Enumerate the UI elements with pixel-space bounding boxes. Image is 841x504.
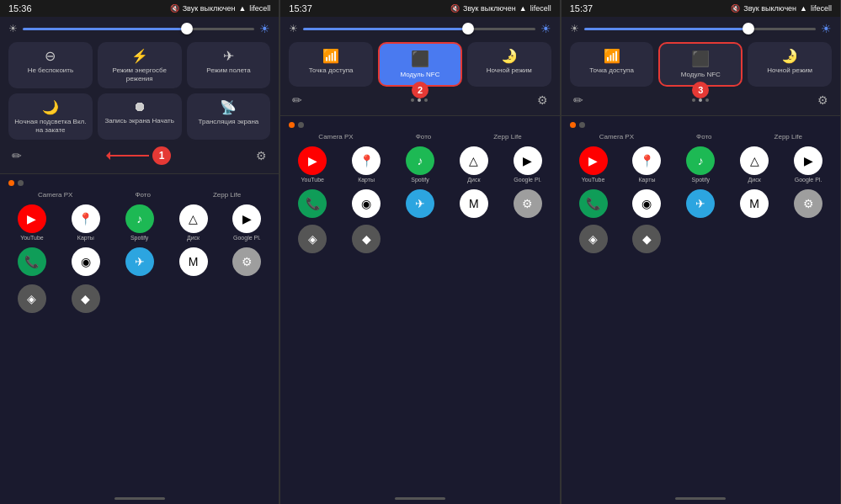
youtube-icon-3: ▶ — [579, 146, 608, 175]
extra2-icon-1: ◆ — [72, 284, 100, 313]
app-extra1-2[interactable]: ◈ — [287, 225, 338, 253]
quick-settings-2: ☀ ☀ 📶 Точка доступа ⬛ Модуль NFC 2 🌛 — [280, 17, 559, 116]
app-play-3[interactable]: ▶ Google Pl. — [783, 146, 833, 183]
app-play-2[interactable]: ▶ Google Pl. — [503, 146, 553, 183]
maps-label-2: Карты — [358, 177, 375, 183]
page-indicators-3 — [562, 119, 840, 130]
drive-label-1: Диск — [187, 235, 200, 241]
app-maps-1[interactable]: 📍 Карты — [61, 204, 111, 241]
settings-button-3[interactable]: ⚙ — [817, 93, 828, 107]
nav-line-2 — [395, 497, 445, 500]
app-drive-1[interactable]: △ Диск — [168, 204, 219, 241]
phone-panel-3: 15:37 🔇 Звук выключен ▲ lifecell ☀ ☀ 📶 Т… — [562, 0, 841, 504]
app-play-1[interactable]: ▶ Google Pl. — [221, 204, 272, 241]
tile-nightlight-1[interactable]: 🌙 Ночная подсветка Вкл. на закате — [8, 93, 93, 140]
tile-nfc-2[interactable]: ⬛ Модуль NFC — [378, 42, 462, 87]
brightness-icon-1: ☀ — [8, 23, 18, 34]
tile-hotspot-2[interactable]: 📶 Точка доступа — [289, 42, 373, 87]
app-chrome-3[interactable]: ◉ — [622, 189, 673, 218]
brightness-slider-1[interactable] — [23, 28, 254, 30]
qs-dot2-2 — [418, 98, 421, 102]
tile-nightmode-2[interactable]: 🌛 Ночной режим — [467, 42, 551, 87]
edit-button-1[interactable]: ✏ — [12, 149, 22, 162]
app-phone-1[interactable]: 📞 — [7, 247, 57, 278]
qs-dot3-2 — [424, 98, 428, 102]
app-gmail-3[interactable]: M — [729, 189, 780, 218]
tile-dnd-1[interactable]: ⊖ Не беспокоить — [8, 42, 93, 88]
app-youtube-3[interactable]: ▶ YouTube — [568, 146, 619, 183]
telegram-icon-1: ✈ — [125, 247, 154, 276]
app-phone-3[interactable]: 📞 — [568, 189, 619, 218]
time-1: 15:36 — [8, 3, 32, 13]
tile-screenrecord-1[interactable]: ⏺ Запись экрана Начать — [98, 93, 182, 140]
app-phone-2[interactable]: 📞 — [287, 189, 338, 218]
app-bar-zepp-3: Zepp Life — [774, 133, 802, 141]
app-telegram-1[interactable]: ✈ — [114, 247, 165, 278]
brightness-icon-3: ☀ — [570, 23, 579, 34]
tile-cast-1[interactable]: 📡 Трансляция экрана — [187, 93, 271, 140]
app-extra2-1[interactable]: ◆ — [61, 284, 111, 313]
app-settings-3[interactable]: ⚙ — [783, 189, 833, 218]
settings-button-2[interactable]: ⚙ — [537, 93, 548, 107]
app-maps-2[interactable]: 📍 Карты — [341, 146, 391, 183]
maps-icon-1: 📍 — [72, 204, 100, 233]
app-extra1-3[interactable]: ◈ — [568, 225, 619, 253]
status-bar-2: 15:37 🔇 Звук выключен ▲ lifecell — [280, 0, 559, 17]
qs-dot1-2 — [411, 98, 414, 102]
nightlight-icon-1: 🌙 — [42, 99, 59, 115]
qs-tiles-2: 📶 Точка доступа ⬛ Модуль NFC 2 🌛 Ночной … — [289, 42, 551, 87]
app-bar-2: Camera PX Фото Zepp Life — [280, 130, 559, 143]
app-maps-3[interactable]: 📍 Карты — [622, 146, 673, 183]
edit-button-3[interactable]: ✏ — [573, 93, 583, 107]
app-bar-photo-1: Фото — [135, 191, 150, 199]
brightness-sun-icon-2: ☀ — [540, 22, 551, 35]
tile-nfc-3[interactable]: ⬛ Модуль NFC — [658, 42, 743, 87]
app-drive-3[interactable]: △ Диск — [729, 146, 780, 183]
tile-airplane-1[interactable]: ✈ Режим полета — [187, 42, 271, 88]
app-youtube-2[interactable]: ▶ YouTube — [287, 146, 338, 183]
app-spotify-3[interactable]: ♪ Spotify — [675, 146, 726, 183]
signal-icon-1: ▲ — [238, 4, 246, 13]
tile-nightmode-3[interactable]: 🌛 Ночной режим — [748, 42, 832, 87]
telegram-icon-3: ✈ — [686, 189, 715, 218]
brightness-slider-3[interactable] — [584, 28, 816, 30]
settings-icon-2: ⚙ — [514, 189, 542, 218]
app-extra2-2[interactable]: ◆ — [341, 225, 391, 253]
app-extra2-3[interactable]: ◆ — [622, 225, 673, 253]
signal-icon-3: ▲ — [800, 4, 807, 13]
chrome-icon-1: ◉ — [72, 247, 100, 276]
extra2-icon-2: ◆ — [352, 225, 381, 253]
tile-battery-1[interactable]: ⚡ Режим энергосбе режения — [98, 42, 182, 88]
app-chrome-1[interactable]: ◉ — [61, 247, 111, 278]
app-extra1-1[interactable]: ◈ — [7, 284, 57, 313]
youtube-icon-1: ▶ — [18, 204, 46, 233]
app-spotify-2[interactable]: ♪ Spotify — [395, 146, 445, 183]
nfc-icon-2: ⬛ — [411, 50, 429, 68]
battery-label-1: Режим энергосбе режения — [103, 66, 177, 82]
app-gmail-1[interactable]: M — [168, 247, 219, 278]
drive-icon-2: △ — [460, 146, 488, 175]
app-settings-1[interactable]: ⚙ — [221, 247, 272, 278]
chrome-icon-3: ◉ — [632, 189, 661, 218]
app-settings-2[interactable]: ⚙ — [503, 189, 553, 218]
app-chrome-2[interactable]: ◉ — [341, 189, 391, 218]
brightness-slider-2[interactable] — [303, 28, 535, 30]
edit-button-2[interactable]: ✏ — [292, 93, 302, 107]
settings-button-1[interactable]: ⚙ — [256, 149, 267, 162]
app-grid-row1-1: ▶ YouTube 📍 Карты ♪ Spotify △ Диск ▶ Goo… — [0, 201, 279, 244]
app-youtube-1[interactable]: ▶ YouTube — [7, 204, 57, 241]
app-drive-2[interactable]: △ Диск — [449, 146, 499, 183]
brightness-icon-2: ☀ — [289, 23, 298, 34]
page-indicators-2 — [280, 119, 559, 130]
app-gmail-2[interactable]: M — [449, 189, 499, 218]
hotspot-icon-3: 📶 — [604, 48, 620, 64]
app-spotify-1[interactable]: ♪ Spotify — [114, 204, 165, 241]
tile-hotspot-3[interactable]: 📶 Точка доступа — [570, 42, 654, 87]
app-telegram-3[interactable]: ✈ — [675, 189, 726, 218]
nav-bar-2 — [280, 493, 559, 504]
sound-off-icon-3: 🔇 — [731, 4, 740, 13]
app-telegram-2[interactable]: ✈ — [395, 189, 445, 218]
youtube-label-2: YouTube — [301, 177, 325, 183]
qs-dot1-3 — [692, 98, 695, 102]
nightmode-label-2: Ночной режим — [487, 66, 532, 75]
